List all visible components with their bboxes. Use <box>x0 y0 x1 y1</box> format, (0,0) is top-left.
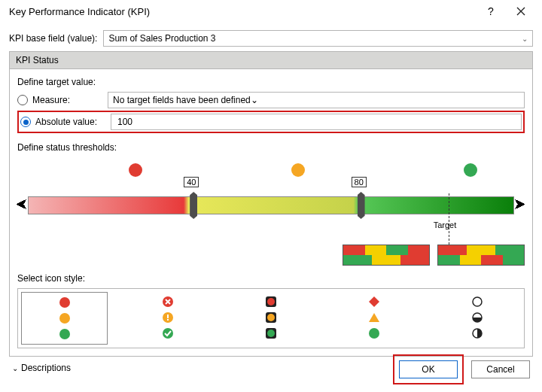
threshold-low-value: 40 <box>184 177 199 187</box>
green-square-icon <box>264 327 278 340</box>
svg-rect-6 <box>167 319 169 321</box>
svg-point-11 <box>267 314 275 321</box>
svg-point-17 <box>473 297 482 306</box>
icon-style-grid <box>17 288 525 348</box>
arrow-right-icon[interactable]: ⮞ <box>514 196 526 214</box>
icon-style-shapes[interactable] <box>331 292 418 345</box>
red-diamond-icon <box>367 295 381 308</box>
pie-row1-icon <box>471 295 485 308</box>
measure-radio[interactable] <box>17 95 28 105</box>
define-target-label: Define target value: <box>17 77 525 87</box>
green-dot-icon <box>367 327 381 340</box>
status-dots <box>17 163 525 181</box>
absolute-label: Absolute value: <box>35 117 111 127</box>
target-label: Target <box>434 220 457 229</box>
amber-bang-icon <box>161 311 175 324</box>
ok-button[interactable]: OK <box>399 360 458 378</box>
threshold-bar <box>28 196 514 214</box>
thresholds-label: Define status thresholds: <box>17 142 525 153</box>
green-dot-icon <box>58 327 72 341</box>
amber-triangle-icon <box>367 311 381 324</box>
icon-style-dots[interactable] <box>21 292 108 345</box>
icon-style-symbols[interactable] <box>124 292 211 345</box>
threshold-high-value: 80 <box>352 177 367 187</box>
threshold-slider[interactable]: ⮜ 40 80 Target ⮞ <box>17 189 525 231</box>
absolute-radio[interactable] <box>20 117 31 127</box>
close-button[interactable] <box>506 0 536 23</box>
titlebar: Key Performance Indicator (KPI) ? <box>0 0 542 23</box>
base-field-label: KPI base field (value): <box>9 33 97 44</box>
red-x-icon <box>161 295 175 308</box>
svg-rect-5 <box>167 315 169 318</box>
chevron-down-icon: ⌄ <box>522 35 528 43</box>
measure-row: Measure: No target fields have been defi… <box>17 92 525 108</box>
absolute-value-highlight: Absolute value: <box>17 111 525 133</box>
cancel-button[interactable]: Cancel <box>471 360 530 378</box>
pie-row2-icon <box>471 311 485 324</box>
svg-marker-14 <box>369 296 379 307</box>
red-dot-icon <box>58 296 72 309</box>
ok-highlight: OK <box>393 354 464 384</box>
direction-option-2[interactable] <box>437 245 525 266</box>
svg-point-9 <box>267 298 275 305</box>
svg-marker-15 <box>369 313 379 322</box>
kpi-dialog: Key Performance Indicator (KPI) ? KPI ba… <box>0 0 542 392</box>
help-button[interactable]: ? <box>476 0 506 23</box>
measure-select[interactable]: No target fields have been defined ⌄ <box>108 92 525 108</box>
chevron-down-icon: ⌄ <box>251 95 258 105</box>
svg-point-16 <box>369 328 379 339</box>
direction-option-1[interactable] <box>343 245 430 266</box>
green-check-icon <box>161 327 175 340</box>
threshold-handle-low[interactable]: 40 <box>190 192 197 219</box>
measure-value: No target fields have been defined <box>113 95 251 105</box>
threshold-direction-options <box>17 245 525 266</box>
close-icon <box>516 7 525 16</box>
svg-point-1 <box>59 313 70 324</box>
absolute-value-input[interactable] <box>111 114 522 130</box>
amber-dot-icon <box>58 311 72 325</box>
red-square-icon <box>264 295 278 308</box>
pie-row3-icon <box>471 327 485 340</box>
svg-point-0 <box>59 297 70 308</box>
base-field-row: KPI base field (value): Sum of Sales Pro… <box>9 30 533 47</box>
icon-style-pies[interactable] <box>434 292 521 345</box>
target-line <box>449 193 449 245</box>
arrow-left-icon[interactable]: ⮜ <box>16 196 28 214</box>
amber-square-icon <box>264 311 278 324</box>
icon-style-label: Select icon style: <box>17 273 525 284</box>
icon-style-squares[interactable] <box>228 292 315 345</box>
measure-label: Measure: <box>32 95 108 105</box>
dialog-footer: OK Cancel <box>393 354 530 384</box>
grip-icon <box>190 192 197 219</box>
svg-point-2 <box>59 329 70 339</box>
absolute-value-field[interactable] <box>116 116 516 128</box>
svg-point-13 <box>267 330 275 337</box>
svg-point-7 <box>163 328 173 339</box>
base-field-select[interactable]: Sum of Sales Production 3 ⌄ <box>103 30 533 47</box>
threshold-handle-high[interactable]: 80 <box>358 192 365 219</box>
dialog-title: Key Performance Indicator (KPI) <box>6 6 476 17</box>
kpi-status-body: Define target value: Measure: No target … <box>9 68 533 357</box>
descriptions-label: Descriptions <box>21 363 71 373</box>
status-dot-green <box>464 163 477 177</box>
status-dot-red <box>129 163 142 177</box>
status-dot-amber <box>291 163 305 177</box>
base-field-value: Sum of Sales Production 3 <box>108 33 215 44</box>
kpi-status-header: KPI Status <box>9 51 533 68</box>
expand-icon: ⌄ <box>12 364 18 372</box>
grip-icon <box>358 192 365 219</box>
